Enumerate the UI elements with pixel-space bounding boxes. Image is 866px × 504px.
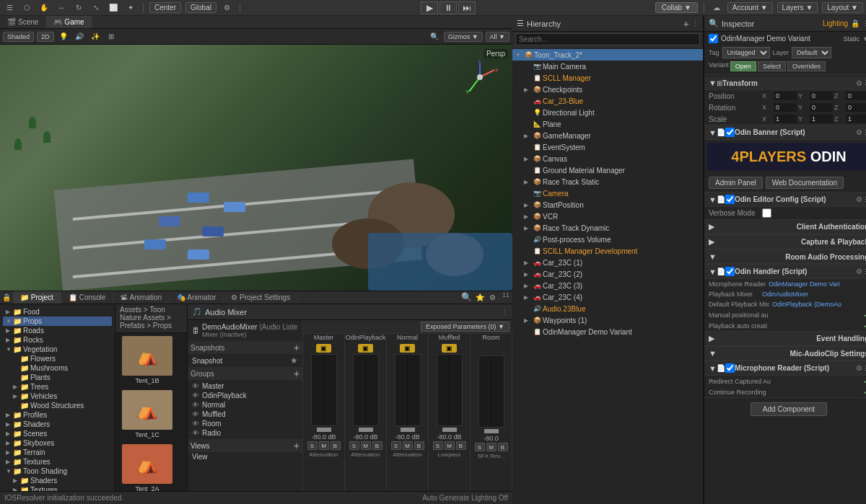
hier-item-event_system[interactable]: 📋EventSystem bbox=[512, 141, 703, 153]
layout-dropdown[interactable]: Layout ▼ bbox=[822, 2, 863, 13]
hier-item-car2[interactable]: ▶🚗Car_23C (2) bbox=[512, 268, 703, 280]
odin-handler-settings[interactable]: ⚙ bbox=[856, 268, 862, 275]
tree-item-shaders[interactable]: ▶📁Shaders bbox=[3, 476, 112, 485]
client-auth-header[interactable]: ▶ Client Authentication bbox=[704, 220, 866, 234]
hier-item-waypoints1[interactable]: ▶📦Waypoints (1) bbox=[512, 314, 703, 326]
tree-item-textures[interactable]: ▶📁Textures bbox=[3, 457, 112, 467]
group-item-muffled[interactable]: 👁Muffled bbox=[191, 410, 299, 419]
position-y[interactable] bbox=[810, 92, 833, 100]
snap-settings[interactable]: ⚙ bbox=[221, 2, 234, 14]
hier-item-odin_manager[interactable]: 📋OdinManager Demo Variant bbox=[512, 326, 703, 337]
hier-item-checkpoints[interactable]: ▶📦Checkpoints bbox=[512, 84, 703, 95]
odin-banner-more[interactable]: ⋮ bbox=[862, 129, 866, 136]
tree-item-plants[interactable]: 📁Plants bbox=[3, 373, 112, 382]
views-add-btn[interactable]: + bbox=[294, 441, 299, 451]
hier-item-directional_light[interactable]: 💡Directional Light bbox=[512, 107, 703, 118]
tree-item-props[interactable]: ▼📁Props bbox=[3, 317, 112, 326]
odin-handler-more[interactable]: ⋮ bbox=[862, 268, 866, 275]
position-x[interactable] bbox=[774, 92, 797, 100]
capture-playback-header[interactable]: ▶ Capture & Playback bbox=[704, 235, 866, 249]
hier-item-toon_track[interactable]: ▼📦Toon_Track_2* bbox=[512, 49, 703, 61]
hierarchy-search-input[interactable] bbox=[515, 33, 700, 45]
channel-b-btn[interactable]: B bbox=[498, 443, 508, 451]
center-pivot-btn[interactable]: Center bbox=[149, 2, 181, 13]
layer-select[interactable]: Default bbox=[792, 47, 831, 58]
odin-config-enabled[interactable] bbox=[725, 195, 735, 204]
transform-more-icon[interactable]: ⋮ bbox=[862, 79, 866, 87]
hier-item-post_process_volume[interactable]: 🔊Post-process Volume bbox=[512, 234, 703, 245]
mixer-item[interactable]: 🎛 DemoAudioMixer (Audio Liste Mixer (Ina… bbox=[189, 322, 301, 340]
group-eye-icon-muffled[interactable]: 👁 bbox=[192, 410, 199, 418]
file-menu[interactable]: ☰ bbox=[3, 2, 16, 14]
tree-item-textures[interactable]: ▶📁Textures bbox=[3, 485, 112, 491]
hier-item-ground_material_manager[interactable]: 📋Ground Material Manager bbox=[512, 164, 703, 176]
tree-item-vehicles[interactable]: ▶📁Vehicles bbox=[3, 392, 112, 401]
tab-animator-bottom[interactable]: 🎭 Animator bbox=[170, 291, 224, 304]
mic-reader-more[interactable]: ⋮ bbox=[862, 365, 866, 372]
tab-project[interactable]: 📁 Project bbox=[13, 291, 61, 304]
odin-handler-enabled[interactable] bbox=[725, 267, 735, 276]
tree-item-vegetation[interactable]: ▼📁Vegetation bbox=[3, 345, 112, 354]
object-active-checkbox[interactable] bbox=[709, 34, 718, 43]
hier-item-race_track_static[interactable]: ▶📦Race Track Static bbox=[512, 176, 703, 187]
hier-item-plane[interactable]: 📐Plane bbox=[512, 118, 703, 130]
channel-badge-2[interactable]: ▣ bbox=[387, 344, 428, 353]
group-item-normal[interactable]: 👁Normal bbox=[191, 400, 299, 410]
hier-item-game_manager[interactable]: ▶📦GameManager bbox=[512, 130, 703, 141]
add-component-btn[interactable]: Add Component bbox=[751, 402, 827, 416]
channel-m-btn[interactable]: M bbox=[361, 441, 371, 450]
collab-button[interactable]: Collab ▼ bbox=[655, 2, 698, 13]
mic-audioclip-header[interactable]: ▼ Mic-AudioClip Settings bbox=[704, 347, 866, 361]
tree-item-toon-shading[interactable]: ▼📁Toon Shading bbox=[3, 467, 112, 476]
gizmos-btn[interactable]: Gizmos ▼ bbox=[444, 32, 483, 42]
overrides-btn[interactable]: Overrides bbox=[787, 61, 826, 71]
odin-banner-header[interactable]: ▼ 📄 Odin Banner (Script) ⚙ ⋮ bbox=[704, 125, 866, 140]
hier-item-scll_dev[interactable]: 📋SCILL Manager Development bbox=[512, 245, 703, 257]
tree-item-flowers[interactable]: 📁Flowers bbox=[3, 354, 112, 363]
channel-b-btn[interactable]: B bbox=[414, 441, 424, 450]
open-btn[interactable]: Open bbox=[730, 61, 756, 71]
channel-fader-room[interactable] bbox=[484, 429, 499, 433]
odin-banner-enabled[interactable] bbox=[725, 128, 735, 137]
tree-item-terrain[interactable]: ▶📁Terrain bbox=[3, 448, 112, 457]
scene-light-toggle[interactable]: 💡 bbox=[57, 31, 70, 43]
channel-s-btn[interactable]: S bbox=[433, 441, 443, 450]
channel-s-btn[interactable]: S bbox=[307, 441, 318, 450]
channel-s-btn[interactable]: S bbox=[349, 441, 359, 450]
snapshots-add-btn[interactable]: + bbox=[294, 342, 299, 353]
inspector-more-btn[interactable]: ⋮ bbox=[862, 20, 866, 27]
asset-item-tent_2a[interactable]: ⛺Tent_2A bbox=[118, 443, 176, 491]
tree-item-profiles[interactable]: ▶📁Profiles bbox=[3, 410, 112, 420]
tab-animation-bottom[interactable]: 📽 Animation bbox=[113, 291, 170, 304]
channel-m-btn[interactable]: M bbox=[319, 441, 329, 450]
hier-item-race_track_dynamic[interactable]: ▶📦Race Track Dynamic bbox=[512, 222, 703, 234]
odin-config-more[interactable]: ⋮ bbox=[862, 196, 866, 203]
tab-project-settings-bottom[interactable]: ⚙ Project Settings bbox=[224, 291, 298, 304]
hier-item-scll_manager[interactable]: 📋SCLL Manager bbox=[512, 72, 703, 84]
cloud-icon[interactable]: ☁ bbox=[710, 2, 723, 14]
rotation-x[interactable] bbox=[774, 103, 797, 112]
exposed-params-btn[interactable]: Exposed Parameters (0) ▼ bbox=[421, 322, 509, 332]
group-eye-icon-master[interactable]: 👁 bbox=[192, 382, 199, 390]
lock-panel-icon[interactable]: 🔒 bbox=[0, 291, 13, 303]
all-btn[interactable]: All ▼ bbox=[486, 32, 509, 42]
channel-b-btn[interactable]: B bbox=[456, 441, 466, 450]
shaded-btn[interactable]: Shaded bbox=[3, 32, 34, 42]
tree-item-rocks[interactable]: ▶📁Rocks bbox=[3, 335, 112, 345]
move-tool[interactable]: ↔ bbox=[55, 2, 68, 14]
transform-settings-icon[interactable]: ⚙ bbox=[856, 79, 862, 87]
event-handling-header[interactable]: ▶ Event Handling bbox=[704, 332, 866, 346]
tree-item-scenes[interactable]: ▶📁Scenes bbox=[3, 429, 112, 438]
mic-reader-sub-enabled[interactable] bbox=[725, 363, 735, 373]
rotation-z[interactable] bbox=[846, 103, 866, 112]
channel-fader-normal[interactable] bbox=[401, 428, 415, 432]
group-eye-icon-odinplayback[interactable]: 👁 bbox=[192, 392, 199, 399]
static-arrow[interactable]: ▼ bbox=[862, 35, 866, 43]
hier-item-car3[interactable]: ▶🚗Car_23C (3) bbox=[512, 280, 703, 291]
hier-item-audioblue[interactable]: 🔊Audio.23Blue bbox=[512, 303, 703, 314]
admin-panel-btn[interactable]: Admin Panel bbox=[709, 177, 763, 189]
2d-btn[interactable]: 2D bbox=[37, 32, 54, 42]
scale-x[interactable] bbox=[774, 115, 797, 123]
hierarchy-add-btn[interactable]: + bbox=[683, 19, 689, 29]
channel-fader-muffled[interactable] bbox=[442, 428, 457, 432]
